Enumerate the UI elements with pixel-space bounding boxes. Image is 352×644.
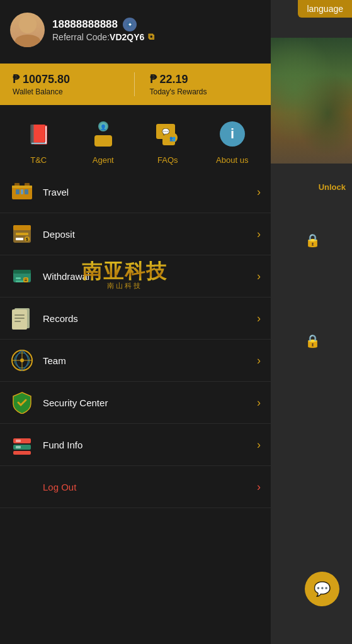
svg-rect-29 bbox=[16, 280, 23, 282]
wallet-amount: ₱ 10075.80 bbox=[13, 72, 70, 86]
security-center-arrow: › bbox=[257, 396, 261, 409]
deposit-label: Deposit bbox=[43, 229, 257, 240]
svg-text:≡: ≡ bbox=[25, 277, 28, 283]
withdrawal-arrow: › bbox=[257, 270, 261, 283]
svg-rect-50 bbox=[16, 446, 21, 448]
svg-rect-40 bbox=[14, 321, 21, 322]
quick-action-tnc[interactable]: 📕 T&C bbox=[6, 118, 71, 165]
lock-icon-1: 🔒 bbox=[305, 233, 321, 248]
svg-rect-21 bbox=[13, 225, 31, 230]
svg-rect-39 bbox=[14, 318, 25, 319]
travel-label: Travel bbox=[43, 187, 257, 197]
faqs-icon: 💬 👥 bbox=[151, 118, 184, 150]
copy-icon[interactable]: ⧉ bbox=[148, 31, 154, 42]
records-icon bbox=[10, 306, 34, 330]
tnc-label: T&C bbox=[30, 155, 47, 165]
phone-number: 18888888888 bbox=[52, 18, 118, 31]
svg-text:✦: ✦ bbox=[128, 22, 132, 28]
logout-arrow: › bbox=[257, 480, 261, 494]
quick-action-agent[interactable]: 👤 Agent bbox=[71, 118, 136, 165]
svg-rect-49 bbox=[16, 440, 21, 442]
svg-rect-38 bbox=[14, 314, 25, 316]
records-arrow: › bbox=[257, 312, 261, 325]
team-arrow: › bbox=[257, 354, 261, 367]
security-center-icon bbox=[10, 391, 34, 414]
withdrawal-label: Withdrawal bbox=[43, 271, 257, 282]
menu-item-deposit[interactable]: $ Deposit › bbox=[0, 213, 271, 255]
aboutus-icon: i bbox=[216, 118, 249, 150]
right-panel: language Unlock 🔒 🔒 💬 bbox=[270, 0, 352, 644]
svg-rect-3 bbox=[94, 135, 112, 147]
svg-rect-19 bbox=[12, 186, 32, 188]
travel-icon bbox=[10, 180, 34, 204]
team-label: Team bbox=[43, 355, 257, 366]
main-panel: 18888888888 ✦ Referral Code: VD2QY6 ⧉ bbox=[0, 0, 271, 644]
svg-rect-28 bbox=[16, 277, 21, 279]
username-row: 18888888888 ✦ bbox=[52, 18, 154, 31]
svg-text:👤: 👤 bbox=[100, 124, 106, 130]
menu-item-security-center[interactable]: Security Center › bbox=[0, 382, 271, 424]
travel-arrow: › bbox=[257, 186, 261, 199]
unlock-button[interactable]: Unlock bbox=[319, 182, 346, 192]
header-section: 18888888888 ✦ Referral Code: VD2QY6 ⧉ bbox=[0, 0, 271, 64]
withdrawal-icon: ≡ bbox=[10, 264, 34, 288]
menu-item-team[interactable]: Team › bbox=[0, 340, 271, 382]
fund-info-label: Fund Info bbox=[43, 440, 257, 450]
menu-item-records[interactable]: Records › bbox=[0, 297, 271, 340]
svg-point-45 bbox=[20, 358, 24, 362]
quick-action-aboutus[interactable]: i About us bbox=[200, 118, 265, 165]
svg-rect-22 bbox=[16, 233, 28, 235]
svg-rect-37 bbox=[12, 309, 27, 330]
aboutus-label: About us bbox=[216, 155, 248, 165]
lock-icon-2: 🔒 bbox=[305, 333, 321, 348]
svg-rect-23 bbox=[16, 238, 23, 240]
faqs-label: FAQs bbox=[157, 155, 178, 165]
records-label: Records bbox=[43, 313, 257, 324]
svg-text:i: i bbox=[230, 126, 234, 142]
fund-info-icon bbox=[10, 433, 34, 457]
rewards-label: Today's Rewards bbox=[150, 87, 207, 96]
menu-item-logout[interactable]: Log Out › bbox=[0, 466, 271, 508]
logout-icon bbox=[10, 475, 34, 499]
svg-text:$: $ bbox=[26, 237, 28, 242]
quick-actions: 📕 T&C 👤 Agent 💬 👥 bbox=[0, 105, 271, 171]
verified-icon: ✦ bbox=[123, 18, 137, 31]
tnc-icon: 📕 bbox=[22, 118, 55, 150]
agent-label: Agent bbox=[93, 155, 114, 165]
chat-bubble-button[interactable]: 💬 bbox=[305, 572, 339, 606]
rewards-amount: ₱ 22.19 bbox=[150, 72, 188, 86]
menu-item-withdrawal[interactable]: ≡ Withdrawal › bbox=[0, 255, 271, 297]
quick-action-faqs[interactable]: 💬 👥 FAQs bbox=[135, 118, 200, 165]
referral-label: Referral Code: bbox=[52, 32, 110, 42]
fund-info-arrow: › bbox=[257, 438, 261, 452]
svg-rect-16 bbox=[16, 189, 20, 194]
deposit-icon: $ bbox=[10, 222, 34, 246]
menu-item-travel[interactable]: Travel › bbox=[0, 171, 271, 213]
user-info-row: 18888888888 ✦ Referral Code: VD2QY6 ⧉ bbox=[10, 13, 261, 47]
team-icon bbox=[10, 348, 34, 372]
svg-text:👥: 👥 bbox=[169, 135, 176, 142]
chat-icon: 💬 bbox=[314, 581, 331, 597]
wallet-label: Wallet Balance bbox=[13, 87, 63, 96]
background-image bbox=[270, 38, 352, 164]
svg-rect-27 bbox=[13, 270, 31, 274]
agent-icon: 👤 bbox=[87, 118, 120, 150]
security-center-label: Security Center bbox=[43, 397, 257, 408]
referral-row: Referral Code: VD2QY6 ⧉ bbox=[52, 31, 154, 42]
svg-rect-18 bbox=[25, 189, 28, 194]
balance-bar: ₱ 10075.80 Wallet Balance ₱ 22.19 Today'… bbox=[0, 64, 271, 105]
deposit-arrow: › bbox=[257, 228, 261, 241]
rewards-item: ₱ 22.19 Today's Rewards bbox=[135, 72, 259, 96]
referral-code[interactable]: VD2QY6 ⧉ bbox=[110, 31, 154, 42]
svg-rect-17 bbox=[21, 189, 23, 194]
svg-rect-48 bbox=[13, 451, 31, 455]
wallet-balance-item: ₱ 10075.80 Wallet Balance bbox=[13, 72, 135, 96]
menu-item-fund-info[interactable]: Fund Info › bbox=[0, 424, 271, 466]
menu-list: Travel › $ Deposit › bbox=[0, 171, 271, 514]
language-button[interactable]: language bbox=[298, 0, 352, 18]
avatar[interactable] bbox=[10, 13, 45, 47]
logout-label: Log Out bbox=[43, 482, 257, 492]
